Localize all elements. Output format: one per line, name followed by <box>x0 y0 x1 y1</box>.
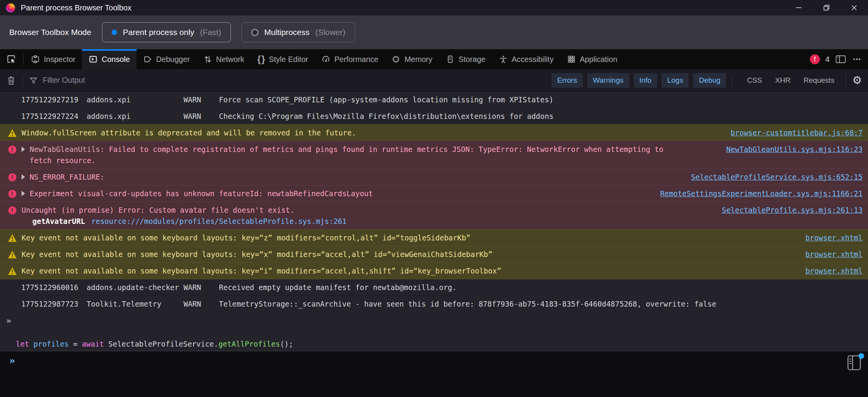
filter-requests-button[interactable]: Requests <box>799 73 840 88</box>
tab-inspector[interactable]: Inspector <box>24 49 82 69</box>
radio-unselected-icon <box>251 29 259 36</box>
inspector-icon <box>31 55 40 64</box>
split-console-toggle-icon[interactable] <box>835 54 846 64</box>
warning-text: Key event not available on some keyboard… <box>22 234 471 242</box>
storage-icon <box>446 55 455 64</box>
source-link[interactable]: browser.xhtml <box>796 265 863 277</box>
pick-element-button[interactable] <box>0 49 22 69</box>
filter-debug-button[interactable]: Debug <box>693 73 726 88</box>
expand-arrow-icon[interactable] <box>22 174 25 180</box>
log-timestamp: 1775122927219 <box>21 94 87 105</box>
tab-memory[interactable]: Memory <box>385 49 439 69</box>
filter-logs-button[interactable]: Logs <box>661 73 689 88</box>
radio-selected-icon <box>112 30 117 35</box>
tab-label: Accessibility <box>512 55 554 64</box>
error-text: Experiment visual-card-updates has unkno… <box>30 189 373 198</box>
console-settings-gear-icon[interactable]: ⚙ <box>852 75 862 86</box>
browser-toolbox-window: Parent process Browser Toolbox Browser T… <box>0 0 868 397</box>
console-input-area[interactable]: » <box>0 351 868 397</box>
tab-style-editor[interactable]: { } Style Editor <box>251 49 315 69</box>
log-level: WARN <box>184 111 219 122</box>
console-warning-row: Key event not available on some keyboard… <box>0 262 868 279</box>
source-link[interactable]: browser.xhtml <box>796 249 863 260</box>
error-icon <box>8 189 17 198</box>
devtools-tab-bar: Inspector Console Debugger <box>0 49 868 69</box>
firefox-logo-icon <box>5 3 16 13</box>
source-link[interactable]: SelectableProfileService.sys.mjs:652:15 <box>682 172 863 183</box>
command-echo-icon: » <box>6 315 11 326</box>
toolbox-mode-bar: Browser Toolbox Mode Parent process only… <box>0 15 868 49</box>
expand-arrow-icon[interactable] <box>22 147 25 152</box>
console-error-row: NewTabGleanUtils: Failed to complete reg… <box>0 141 868 169</box>
tab-storage[interactable]: Storage <box>439 49 492 69</box>
console-error-row: NS_ERROR_FAILURE: SelectableProfileServi… <box>0 168 868 185</box>
divider <box>732 75 733 86</box>
clear-console-button[interactable] <box>6 75 16 86</box>
log-timestamp: 1775122960016 <box>21 282 87 293</box>
log-module: addons.xpi <box>87 94 184 105</box>
filter-output-input[interactable] <box>43 76 258 85</box>
log-text: TelemetryStorage::_scanArchive - have se… <box>219 299 716 310</box>
error-text: Failed to complete registration of metri… <box>109 145 663 153</box>
tab-label: Memory <box>404 55 432 64</box>
mode-option-label: Parent process only <box>123 28 194 37</box>
divider <box>846 75 846 86</box>
filter-xhr-button[interactable]: XHR <box>770 73 795 88</box>
console-command-echo-row: » let profiles = await SelectableProfile… <box>0 312 868 351</box>
log-module: Toolkit.Telemetry <box>87 299 184 310</box>
network-icon <box>203 55 212 64</box>
log-timestamp: 1775122927224 <box>21 111 87 122</box>
pick-element-icon <box>6 54 16 64</box>
editor-mode-toggle-icon[interactable] <box>846 354 863 372</box>
tab-application[interactable]: Application <box>560 49 624 69</box>
application-icon <box>567 55 576 64</box>
tab-accessibility[interactable]: Accessibility <box>492 49 560 69</box>
console-log-row: 1775122927224 addons.xpi WARN Checking C… <box>0 108 868 125</box>
divider <box>22 75 23 86</box>
warning-icon <box>8 267 17 276</box>
tab-performance[interactable]: Performance <box>315 49 385 69</box>
stack-frame-source[interactable]: resource:///modules/profiles/SelectableP… <box>91 217 346 225</box>
mode-option-multiprocess[interactable]: Multiprocess (Slower) <box>242 22 355 42</box>
source-link[interactable]: SelectableProfile.sys.mjs:261:13 <box>713 205 863 216</box>
mode-option-parent-process[interactable]: Parent process only (Fast) <box>102 22 230 42</box>
window-controls <box>785 0 868 15</box>
log-level: WARN <box>184 94 219 105</box>
meatball-menu-icon[interactable] <box>852 54 862 64</box>
tab-label: Style Editor <box>269 55 308 64</box>
log-text: Force scan SCOPE_PROFILE (app-system-add… <box>219 94 553 105</box>
error-count-badge-icon[interactable]: ! <box>810 54 820 64</box>
source-link[interactable]: browser.xhtml <box>796 232 863 244</box>
source-link[interactable]: NewTabGleanUtils.sys.mjs:116:23 <box>717 144 863 155</box>
filter-info-button[interactable]: Info <box>634 73 658 88</box>
minimize-button[interactable] <box>785 0 813 15</box>
tab-network[interactable]: Network <box>197 49 251 69</box>
console-log-row: 1775122960016 addons.update-checker WARN… <box>0 279 868 296</box>
close-button[interactable] <box>840 0 868 15</box>
log-text: Checking C:\Program Files\Mozilla Firefo… <box>219 111 553 122</box>
mode-option-hint: (Fast) <box>200 28 221 37</box>
tab-label: Inspector <box>44 55 75 64</box>
tab-label: Debugger <box>156 55 190 64</box>
stack-frame-function: getAvatarURL <box>32 217 85 225</box>
filter-warnings-button[interactable]: Warnings <box>587 73 629 88</box>
console-icon <box>88 55 98 64</box>
source-link[interactable]: RemoteSettingsExperimentLoader.sys.mjs:1… <box>651 188 863 199</box>
error-prefix: NewTabGleanUtils: <box>30 145 109 153</box>
filter-css-button[interactable]: CSS <box>742 73 767 88</box>
log-timestamp: 1775122987723 <box>21 299 87 310</box>
command-code-line1: let profiles = await SelectableProfileSe… <box>16 338 394 350</box>
console-warning-row: Key event not available on some keyboard… <box>0 246 868 263</box>
console-filter-bar: Errors Warnings Info Logs Debug CSS XHR … <box>0 69 868 92</box>
warning-icon <box>8 234 17 243</box>
restore-button[interactable] <box>813 0 840 15</box>
source-link[interactable]: browser-customtitlebar.js:68:7 <box>721 127 863 138</box>
window-title: Parent process Browser Toolbox <box>21 3 132 12</box>
console-warning-row: Key event not available on some keyboard… <box>0 229 868 246</box>
console-error-row: Experiment visual-card-updates has unkno… <box>0 185 868 202</box>
filter-errors-button[interactable]: Errors <box>551 73 583 88</box>
expand-arrow-icon[interactable] <box>22 191 25 196</box>
tab-debugger[interactable]: Debugger <box>137 49 197 69</box>
error-text: NS_ERROR_FAILURE: <box>30 173 104 181</box>
tab-console[interactable]: Console <box>82 49 136 69</box>
